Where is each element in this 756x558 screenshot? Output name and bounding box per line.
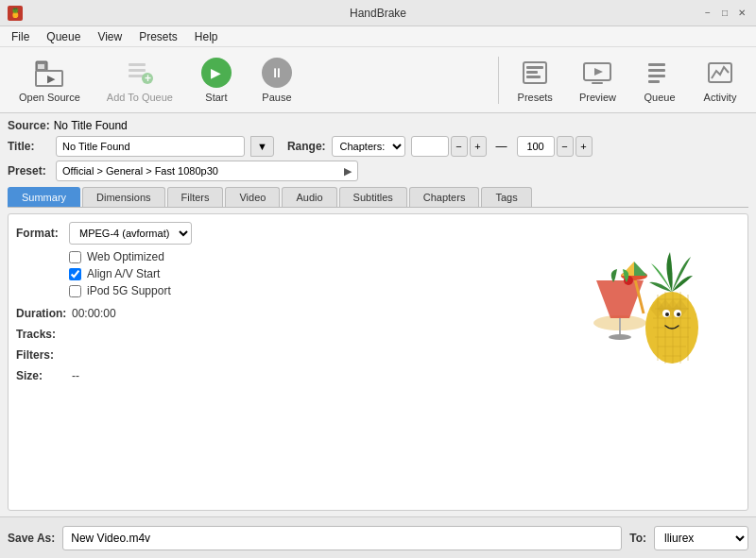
start-icon: ▶ bbox=[201, 58, 232, 88]
range-end-field: − + bbox=[517, 136, 593, 157]
activity-icon bbox=[705, 58, 735, 88]
preview-label: Preview bbox=[579, 92, 616, 103]
add-to-queue-button[interactable]: + Add To Queue bbox=[95, 54, 184, 107]
range-start-input[interactable] bbox=[411, 136, 449, 157]
preset-value: Official > General > Fast 1080p30 bbox=[62, 165, 218, 177]
queue-button[interactable]: Queue bbox=[631, 54, 688, 107]
maximize-button[interactable]: □ bbox=[718, 7, 731, 20]
svg-rect-15 bbox=[592, 82, 603, 84]
add-to-queue-label: Add To Queue bbox=[107, 92, 173, 103]
range-label: Range: bbox=[287, 140, 326, 153]
svg-rect-11 bbox=[526, 71, 538, 74]
title-bar: 🍍 HandBrake − □ ✕ bbox=[0, 0, 756, 26]
source-value: No Title Found bbox=[54, 119, 128, 132]
activity-label: Activity bbox=[704, 92, 737, 103]
summary-panel: Format: MPEG-4 (avformat) Web Optimized … bbox=[8, 213, 748, 511]
presets-label: Presets bbox=[518, 92, 553, 103]
presets-icon bbox=[520, 58, 550, 88]
title-label: Title: bbox=[8, 140, 50, 153]
title-input[interactable] bbox=[56, 136, 245, 157]
svg-rect-19 bbox=[648, 80, 660, 83]
open-source-button[interactable]: ▶ Open Source bbox=[8, 54, 92, 107]
to-label: To: bbox=[629, 532, 646, 545]
svg-marker-14 bbox=[594, 68, 603, 76]
tabs-row: Summary Dimensions Filters Video Audio S… bbox=[8, 187, 748, 208]
tab-audio[interactable]: Audio bbox=[282, 187, 336, 207]
content-area: Source: No Title Found Title: ▼ Range: C… bbox=[0, 113, 756, 516]
start-button[interactable]: ▶ Start bbox=[188, 54, 245, 107]
pause-label: Pause bbox=[262, 92, 291, 103]
menu-queue[interactable]: Queue bbox=[39, 28, 88, 45]
preview-button[interactable]: Preview bbox=[568, 54, 627, 107]
pause-icon: ⏸ bbox=[262, 58, 292, 88]
save-as-input[interactable] bbox=[62, 526, 622, 550]
toolbar-separator bbox=[498, 57, 499, 104]
tab-video[interactable]: Video bbox=[225, 187, 280, 207]
menu-help[interactable]: Help bbox=[187, 28, 226, 45]
tracks-label: Tracks: bbox=[16, 328, 68, 341]
ipod-5g-label: iPod 5G Support bbox=[87, 284, 171, 297]
svg-point-24 bbox=[609, 334, 631, 340]
menu-view[interactable]: View bbox=[90, 28, 129, 45]
destination-select[interactable]: lliurex bbox=[654, 526, 748, 550]
presets-button[interactable]: Presets bbox=[507, 54, 564, 107]
tab-subtitles[interactable]: Subtitles bbox=[339, 187, 407, 207]
preset-row: Preset: Official > General > Fast 1080p3… bbox=[8, 161, 748, 181]
range-end-input[interactable] bbox=[517, 136, 555, 157]
format-select[interactable]: MPEG-4 (avformat) bbox=[69, 222, 192, 245]
tab-filters[interactable]: Filters bbox=[167, 187, 224, 207]
menu-bar: File Queue View Presets Help bbox=[0, 26, 756, 47]
title-row: Title: ▼ Range: Chapters: − + — − + bbox=[8, 136, 748, 157]
preset-arrow-icon: ▶ bbox=[344, 165, 352, 178]
menu-presets[interactable]: Presets bbox=[131, 28, 185, 45]
svg-rect-5 bbox=[129, 69, 146, 72]
range-end-plus[interactable]: + bbox=[576, 136, 593, 157]
range-start-minus[interactable]: − bbox=[451, 136, 468, 157]
bottom-bar: Save As: To: lliurex bbox=[0, 516, 756, 558]
pause-button[interactable]: ⏸ Pause bbox=[249, 54, 305, 107]
toolbar: ▶ Open Source + Add To Queue ▶ Start ⏸ P… bbox=[0, 47, 756, 113]
app-icon: 🍍 bbox=[8, 6, 23, 21]
range-separator: — bbox=[496, 140, 507, 153]
svg-rect-18 bbox=[648, 75, 665, 77]
svg-text:+: + bbox=[145, 72, 151, 85]
tab-tags[interactable]: Tags bbox=[481, 187, 531, 207]
range-type-select[interactable]: Chapters: bbox=[332, 136, 405, 157]
range-start-plus[interactable]: + bbox=[470, 136, 487, 157]
title-bar-controls: − □ ✕ bbox=[701, 7, 748, 20]
minimize-button[interactable]: − bbox=[701, 7, 714, 20]
range-end-minus[interactable]: − bbox=[557, 136, 574, 157]
pineapple-illustration bbox=[568, 224, 719, 375]
menu-file[interactable]: File bbox=[4, 28, 37, 45]
svg-point-45 bbox=[665, 313, 669, 316]
svg-point-46 bbox=[677, 313, 680, 316]
format-label: Format: bbox=[16, 227, 63, 240]
align-av-checkbox[interactable] bbox=[69, 268, 81, 280]
close-button[interactable]: ✕ bbox=[735, 7, 748, 20]
preview-icon bbox=[582, 58, 612, 88]
svg-rect-10 bbox=[526, 66, 543, 69]
preset-field[interactable]: Official > General > Fast 1080p30 ▶ bbox=[56, 161, 358, 181]
align-av-label: Align A/V Start bbox=[87, 267, 160, 280]
duration-value: 00:00:00 bbox=[72, 307, 116, 320]
svg-text:▶: ▶ bbox=[47, 73, 56, 84]
open-source-label: Open Source bbox=[19, 92, 80, 103]
queue-label: Queue bbox=[644, 92, 675, 103]
tab-chapters[interactable]: Chapters bbox=[409, 187, 480, 207]
size-label: Size: bbox=[16, 369, 68, 382]
tab-summary[interactable]: Summary bbox=[8, 187, 80, 207]
source-label: Source: bbox=[8, 119, 50, 132]
web-optimized-label: Web Optimized bbox=[87, 250, 164, 263]
tab-dimensions[interactable]: Dimensions bbox=[82, 187, 164, 207]
svg-rect-16 bbox=[648, 63, 665, 66]
title-bar-left: 🍍 bbox=[8, 6, 23, 21]
title-dropdown-btn[interactable]: ▼ bbox=[250, 136, 274, 157]
activity-button[interactable]: Activity bbox=[692, 54, 748, 107]
open-source-icon: ▶ bbox=[34, 58, 64, 88]
svg-rect-4 bbox=[129, 63, 146, 66]
filters-label: Filters: bbox=[16, 348, 68, 362]
svg-rect-17 bbox=[648, 69, 665, 72]
web-optimized-checkbox[interactable] bbox=[69, 251, 81, 263]
preset-label: Preset: bbox=[8, 164, 50, 178]
ipod-5g-checkbox[interactable] bbox=[69, 285, 81, 297]
